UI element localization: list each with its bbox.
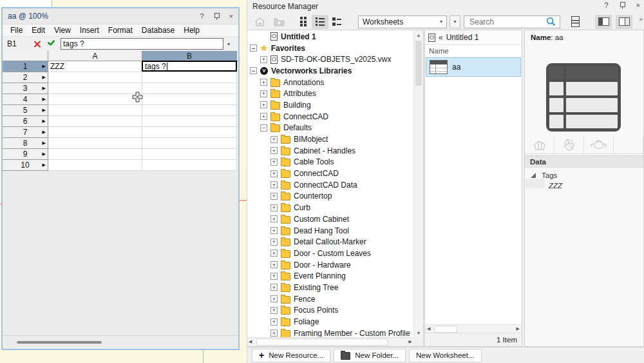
up-folder-button[interactable] xyxy=(270,15,287,29)
row-header-6[interactable]: 6▶ xyxy=(3,116,48,127)
row-arrow-icon[interactable]: ▶ xyxy=(43,162,46,168)
expand-icon[interactable]: + xyxy=(270,307,278,314)
render-preview-button[interactable] xyxy=(584,136,614,153)
expand-icon[interactable]: + xyxy=(270,204,278,211)
new-worksheet-button[interactable]: New Worksheet... xyxy=(409,349,482,362)
confirm-entry-icon[interactable] xyxy=(47,40,55,46)
close-icon[interactable]: × xyxy=(229,13,233,20)
row-arrow-icon[interactable]: ▶ xyxy=(43,108,46,113)
expand-icon[interactable]: + xyxy=(270,136,278,143)
scroll-left-icon[interactable]: ◀ xyxy=(427,326,430,331)
cell-B8[interactable] xyxy=(142,138,237,149)
house-preview-button[interactable] xyxy=(525,136,554,153)
tree-item-25[interactable]: +Foliage xyxy=(247,316,413,328)
tree-item-21[interactable]: +Event Planning xyxy=(247,270,413,282)
tree-item-14[interactable]: +Countertop xyxy=(247,191,413,202)
tree-item-4[interactable]: +Annotations xyxy=(247,77,413,88)
scroll-down-icon[interactable]: ▼ xyxy=(414,328,423,337)
expand-icon[interactable]: + xyxy=(270,239,278,246)
tree-item-7[interactable]: +ConnectCAD xyxy=(247,111,413,123)
browser-hscrollbar-thumb[interactable] xyxy=(434,326,457,333)
tree-vscrollbar[interactable]: ▲ ▼ xyxy=(413,30,423,337)
row-arrow-icon[interactable]: ▶ xyxy=(43,152,46,157)
row-arrow-icon[interactable]: ▶ xyxy=(43,119,46,124)
tree-item-11[interactable]: +Cable Tools xyxy=(247,157,413,168)
row-header-5[interactable]: 5▶ xyxy=(3,105,48,116)
detail-view-button[interactable] xyxy=(328,15,345,29)
list-view-button[interactable] xyxy=(312,15,328,29)
expand-icon[interactable]: + xyxy=(260,90,267,97)
tree-item-26[interactable]: +Framing Member - Custom Profile xyxy=(247,328,413,337)
expand-icon[interactable]: + xyxy=(270,250,278,257)
row-arrow-icon[interactable]: ▶ xyxy=(43,75,46,80)
cell-B1[interactable]: tags ? xyxy=(142,61,237,72)
pin-icon[interactable] xyxy=(214,13,220,20)
tree-item-19[interactable]: +Door - Custom Leaves xyxy=(247,248,413,259)
tree-hscrollbar-thumb[interactable] xyxy=(256,338,388,346)
search-box[interactable] xyxy=(464,15,560,28)
cancel-entry-icon[interactable] xyxy=(33,40,41,48)
row-header-3[interactable]: 3▶ xyxy=(3,83,48,94)
cell-A5[interactable] xyxy=(48,105,142,116)
toolbar-overflow-icon[interactable]: » xyxy=(639,15,643,23)
scroll-right-icon[interactable]: ▶ xyxy=(409,339,412,344)
row-arrow-icon[interactable]: ▶ xyxy=(43,141,46,146)
tree-item-2[interactable]: +SD-TB-OK-OBJETS_v2025.vwx xyxy=(247,54,413,65)
formula-input[interactable]: tags ? xyxy=(61,38,223,50)
filter-dropdown[interactable]: ▾ xyxy=(450,15,460,28)
cell-A6[interactable] xyxy=(48,116,142,127)
expand-icon[interactable]: + xyxy=(270,170,278,177)
tree-item-24[interactable]: +Focus Points xyxy=(247,305,413,317)
worksheet-preview-button[interactable] xyxy=(567,15,583,29)
home-button[interactable] xyxy=(251,15,268,29)
expand-icon[interactable]: + xyxy=(270,319,278,326)
cell-A9[interactable] xyxy=(48,149,142,160)
expand-icon[interactable]: + xyxy=(270,329,278,337)
cell-A3[interactable] xyxy=(48,83,142,94)
cell-B10[interactable] xyxy=(142,160,237,171)
menu-help[interactable]: Help xyxy=(179,26,204,35)
tree-item-10[interactable]: +Cabinet - Handles xyxy=(247,145,413,157)
row-arrow-icon[interactable]: ▶ xyxy=(43,86,46,91)
tree-item-16[interactable]: +Custom Cabinet xyxy=(247,213,413,225)
cell-A7[interactable] xyxy=(48,127,142,138)
back-icon[interactable]: « xyxy=(439,33,443,42)
grid-corner[interactable] xyxy=(3,51,48,61)
resource-item-aa[interactable]: aa xyxy=(426,57,521,77)
name-column-header[interactable]: Name xyxy=(425,45,522,57)
cell-B5[interactable] xyxy=(142,105,237,116)
worksheet-hscrollbar-thumb[interactable] xyxy=(17,341,102,344)
expand-icon[interactable]: + xyxy=(270,147,278,154)
expand-icon[interactable]: + xyxy=(270,215,278,222)
expand-icon[interactable]: + xyxy=(270,227,278,234)
cell-B9[interactable] xyxy=(142,149,237,160)
search-input[interactable] xyxy=(468,17,546,27)
collapse-icon[interactable]: − xyxy=(260,124,267,132)
menu-insert[interactable]: Insert xyxy=(75,26,104,35)
expand-icon[interactable]: + xyxy=(270,284,278,291)
row-header-2[interactable]: 2▶ xyxy=(3,72,48,83)
column-header-A[interactable]: A xyxy=(48,51,142,61)
cell-B7[interactable] xyxy=(142,127,237,138)
tree-item-5[interactable]: +Attributes xyxy=(247,88,413,99)
row-header-9[interactable]: 9▶ xyxy=(3,149,48,160)
help-icon[interactable]: ? xyxy=(604,2,608,9)
thumbnail-view-button[interactable] xyxy=(295,15,312,29)
cell-A2[interactable] xyxy=(48,72,142,83)
pin-icon[interactable] xyxy=(620,2,625,9)
worksheet-hscrollbar[interactable] xyxy=(3,335,238,349)
tree-item-13[interactable]: +ConnectCAD Data xyxy=(247,179,413,191)
right-pane-toggle-button[interactable] xyxy=(616,15,632,29)
expand-icon[interactable]: + xyxy=(260,56,267,63)
tree-item-15[interactable]: +Curb xyxy=(247,202,413,213)
expand-icon[interactable]: + xyxy=(260,113,267,120)
row-arrow-icon[interactable]: ▶ xyxy=(43,130,46,135)
collapse-icon[interactable]: − xyxy=(250,44,257,52)
worksheet-titlebar[interactable]: aa @ 100% ? × xyxy=(3,8,238,25)
row-arrow-icon[interactable]: ▶ xyxy=(43,97,46,102)
menu-format[interactable]: Format xyxy=(104,26,137,35)
expand-icon[interactable]: + xyxy=(270,295,278,302)
menu-file[interactable]: File xyxy=(6,26,27,35)
tree-item-12[interactable]: +ConnectCAD xyxy=(247,168,413,179)
expand-icon[interactable]: + xyxy=(270,181,278,188)
